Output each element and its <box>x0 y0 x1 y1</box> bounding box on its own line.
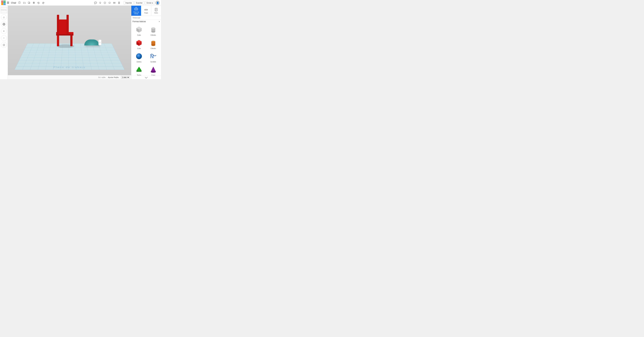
status-bar: Ed. rejilla Ajustar Rejilla 1 mm 2 mm 5 … <box>8 75 131 79</box>
ruler-icon-btn[interactable]: Regla <box>141 6 151 16</box>
svg-rect-8 <box>118 2 119 4</box>
shape-cilindro-gray-label: Cilindro <box>150 34 156 36</box>
shape-cilindro-gray[interactable]: Cilindro <box>146 24 160 37</box>
topbar: TIN KER CAD ☰ Chair 💬 <box>0 0 161 6</box>
align-h-button[interactable] <box>112 1 116 5</box>
shape-techo[interactable]: Techo <box>132 64 146 76</box>
svg-point-52 <box>152 44 155 46</box>
svg-rect-2 <box>28 2 30 3</box>
edit-toolbar <box>18 1 46 5</box>
tinkercad-logo: TIN KER CAD <box>1 1 6 5</box>
shape-cubo-red-label: Cubo <box>137 48 141 49</box>
right-top-icons: Plano de trabajo Regla Notes <box>131 6 161 16</box>
ruler-label: Regla <box>144 12 148 14</box>
tinkercad-label: Tinkercad <box>132 17 140 19</box>
shape-scribble-label: Scribble <box>150 61 156 63</box>
open-button[interactable] <box>22 1 26 5</box>
shape-cono[interactable]: Cono <box>146 64 160 76</box>
logo-tin: TIN <box>1 1 3 3</box>
fit-button[interactable] <box>1 42 7 48</box>
copy-button[interactable] <box>27 1 31 5</box>
action-buttons: Importar Exportar Enviar a 👤 <box>124 1 160 5</box>
svg-rect-9 <box>119 2 120 4</box>
svg-point-43 <box>152 28 155 29</box>
bulb-button[interactable] <box>98 1 102 5</box>
grid-size-select[interactable]: 1 mm 2 mm 5 mm <box>121 76 130 79</box>
svg-point-59 <box>151 71 156 72</box>
svg-point-44 <box>152 31 155 32</box>
svg-rect-7 <box>113 3 115 4</box>
scene: Plano de trabajo <box>8 6 131 79</box>
svg-rect-6 <box>113 2 115 3</box>
zoom-out-button[interactable]: − <box>1 35 7 41</box>
new-button[interactable] <box>18 1 22 5</box>
shapes-grid: Cubo Cilindro <box>131 23 161 76</box>
scroll-down-arrow[interactable] <box>131 76 161 79</box>
shape-cilindro-gray-thumb <box>149 25 158 34</box>
notes-icon-btn[interactable]: Notes <box>151 6 161 16</box>
enviar-button[interactable]: Enviar a <box>145 1 155 4</box>
shape-cubo-red[interactable]: Cubo <box>132 38 146 50</box>
user-avatar[interactable]: 👤 <box>155 1 160 5</box>
shape-cilindro-orange-label: Cilindro <box>150 48 156 49</box>
shapes-header: Tinkercad <box>131 16 161 20</box>
svg-marker-57 <box>136 70 142 72</box>
shape-cono-label: Cono <box>152 74 155 76</box>
workplane-label: Plano de trabajo <box>53 66 86 68</box>
menu-icon[interactable]: ☰ <box>7 1 9 4</box>
redo-button[interactable] <box>41 1 46 5</box>
exportar-button[interactable]: Exportar <box>134 1 144 4</box>
align-v-button[interactable] <box>117 1 121 5</box>
view-toolbar: 💬 <box>93 1 121 5</box>
shape-esfera[interactable]: Esfera <box>132 51 146 64</box>
shape-esfera-label: Esfera <box>137 61 141 63</box>
svg-point-13 <box>3 44 5 46</box>
logo-ker: KER <box>3 1 6 3</box>
right-panel: Plano de trabajo Regla Notes <box>131 6 161 79</box>
shape-cono-thumb <box>149 65 158 74</box>
shape-cilindro-orange[interactable]: Cilindro <box>146 38 160 50</box>
svg-rect-22 <box>66 15 69 35</box>
panel-collapse-arrow[interactable]: › <box>98 40 101 45</box>
svg-point-3 <box>100 2 101 3</box>
svg-rect-25 <box>56 34 74 36</box>
shape-cilindro-orange-thumb <box>149 38 158 47</box>
chair-3d <box>50 13 81 48</box>
shape-scribble[interactable]: N Scribble <box>146 51 160 64</box>
app-title: Chair <box>11 2 16 4</box>
zoom-in-button[interactable]: + <box>1 28 7 34</box>
notes-label: Notes <box>154 12 158 14</box>
home-button[interactable]: ⌂ <box>1 14 7 20</box>
category-dropdown-icon: ▾ <box>159 20 160 23</box>
svg-point-5 <box>109 2 110 4</box>
frontal-view-thumb[interactable]: FRONTAL <box>1 7 7 13</box>
workplane-icon-btn[interactable]: Plano de trabajo <box>131 6 141 16</box>
hex-button[interactable] <box>103 1 107 5</box>
logo-x <box>1 3 3 5</box>
shape-scribble-thumb: N <box>149 52 158 61</box>
ajustar-rejilla-label: Ajustar Rejilla <box>108 76 118 78</box>
shape-cubo-gray-thumb <box>134 25 144 34</box>
svg-marker-4 <box>104 2 106 4</box>
shape-techo-label: Techo <box>137 74 141 76</box>
importar-button[interactable]: Importar <box>124 1 134 4</box>
left-panel: FRONTAL ⌂ + − <box>0 6 8 79</box>
category-label: Formas básicas <box>132 20 146 23</box>
orbit-button[interactable] <box>1 22 7 27</box>
shape-esfera-thumb <box>134 52 144 61</box>
svg-point-51 <box>152 41 155 42</box>
shape-cubo-gray[interactable]: Cubo <box>132 24 146 37</box>
undo-button[interactable] <box>36 1 41 5</box>
circle-button[interactable] <box>108 1 112 5</box>
comment-button[interactable]: 💬 <box>93 1 98 5</box>
svg-rect-21 <box>57 15 59 35</box>
svg-rect-23 <box>57 34 59 46</box>
shape-cubo-red-thumb <box>134 38 144 47</box>
delete-button[interactable] <box>32 1 36 5</box>
viewport[interactable]: Plano de trabajo <box>8 6 131 79</box>
svg-rect-24 <box>70 34 72 46</box>
logo-cad: CAD <box>3 3 6 5</box>
shape-techo-thumb <box>134 65 144 74</box>
shapes-category[interactable]: Formas básicas ▾ <box>131 20 161 23</box>
shape-cubo-gray-label: Cubo <box>137 34 141 36</box>
